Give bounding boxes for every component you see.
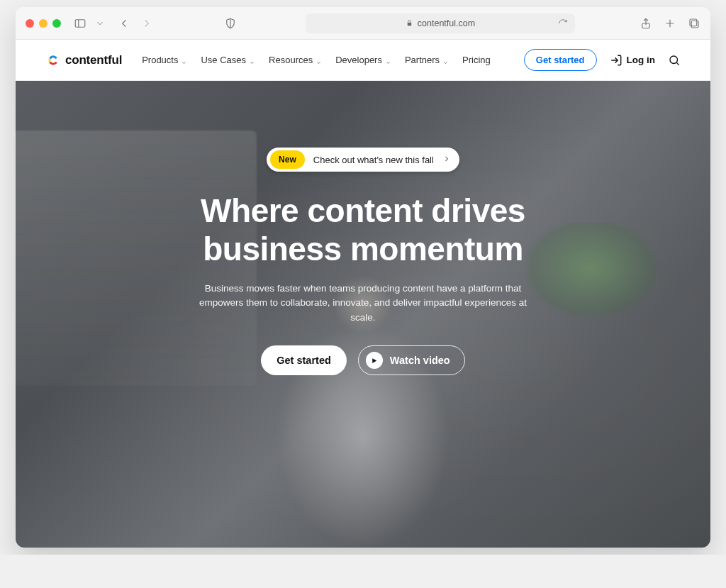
svg-rect-0 xyxy=(75,19,85,27)
chevron-down-icon xyxy=(181,57,186,63)
chevron-right-icon xyxy=(442,153,451,166)
nav-use-cases[interactable]: Use Cases xyxy=(201,55,255,65)
maximize-window-button[interactable] xyxy=(52,19,61,28)
close-window-button[interactable] xyxy=(26,19,34,28)
nav-products[interactable]: Products xyxy=(142,55,186,65)
back-button[interactable] xyxy=(118,17,130,30)
site-header: contentful Products Use Cases Resources … xyxy=(16,40,710,81)
window-controls xyxy=(26,19,61,28)
new-tab-icon[interactable] xyxy=(664,17,676,30)
tabs-overview-icon[interactable] xyxy=(688,17,700,30)
hero-title: Where content drives business momentum xyxy=(201,192,525,269)
new-badge: New xyxy=(270,150,305,169)
browser-chrome: contentful.com xyxy=(16,7,710,40)
nav-label: Use Cases xyxy=(201,55,246,65)
share-icon[interactable] xyxy=(640,17,652,30)
hero-section: New Check out what's new this fall Where… xyxy=(16,81,710,548)
svg-marker-12 xyxy=(373,358,377,363)
address-bar[interactable]: contentful.com xyxy=(306,13,575,33)
nav-label: Developers xyxy=(335,55,382,65)
get-started-header-button[interactable]: Get started xyxy=(524,49,597,71)
nav-resources[interactable]: Resources xyxy=(269,55,321,65)
logo-text: contentful xyxy=(65,53,122,67)
chevron-down-icon xyxy=(315,57,321,63)
watch-video-button[interactable]: Watch video xyxy=(358,345,465,375)
lock-icon xyxy=(406,19,413,27)
hero-subtitle: Business moves faster when teams produci… xyxy=(193,282,533,326)
sidebar-toggle-icon[interactable] xyxy=(74,17,86,30)
svg-rect-3 xyxy=(408,23,412,26)
nav-label: Resources xyxy=(269,55,313,65)
login-link[interactable]: Log in xyxy=(610,54,656,67)
announcement-pill[interactable]: New Check out what's new this fall xyxy=(267,148,459,172)
logo[interactable]: contentful xyxy=(45,52,122,68)
get-started-hero-button[interactable]: Get started xyxy=(261,345,347,375)
hero-cta-row: Get started Watch video xyxy=(261,345,464,375)
play-icon xyxy=(366,352,383,369)
login-label: Log in xyxy=(627,55,656,65)
hero-title-line2: business momentum xyxy=(203,231,523,267)
nav-label: Partners xyxy=(405,55,440,65)
hero-title-line1: Where content drives xyxy=(201,192,525,229)
nav-label: Products xyxy=(142,55,178,65)
watch-video-label: Watch video xyxy=(390,355,450,366)
nav-partners[interactable]: Partners xyxy=(405,55,448,65)
minimize-window-button[interactable] xyxy=(39,19,48,28)
chevron-down-icon xyxy=(385,57,391,63)
svg-point-10 xyxy=(670,56,678,64)
svg-line-11 xyxy=(676,62,678,65)
nav-pricing[interactable]: Pricing xyxy=(462,55,491,65)
login-icon xyxy=(610,54,622,67)
svg-rect-7 xyxy=(691,21,698,28)
nav-developers[interactable]: Developers xyxy=(335,55,391,65)
chevron-down-icon xyxy=(442,57,448,63)
logo-mark-icon xyxy=(45,52,61,68)
privacy-shield-icon[interactable] xyxy=(224,17,237,30)
chevron-down-icon[interactable] xyxy=(94,17,106,30)
announcement-text: Check out what's new this fall xyxy=(313,155,434,165)
browser-window: contentful.com xyxy=(16,7,710,548)
nav-label: Pricing xyxy=(462,55,491,65)
forward-button[interactable] xyxy=(140,17,153,30)
chevron-down-icon xyxy=(249,57,255,63)
search-icon xyxy=(668,54,681,67)
search-button[interactable] xyxy=(668,54,681,67)
primary-nav: Products Use Cases Resources Developers … xyxy=(142,55,491,65)
url-text: contentful.com xyxy=(418,18,475,28)
svg-rect-8 xyxy=(690,19,697,26)
refresh-icon[interactable] xyxy=(557,17,569,30)
